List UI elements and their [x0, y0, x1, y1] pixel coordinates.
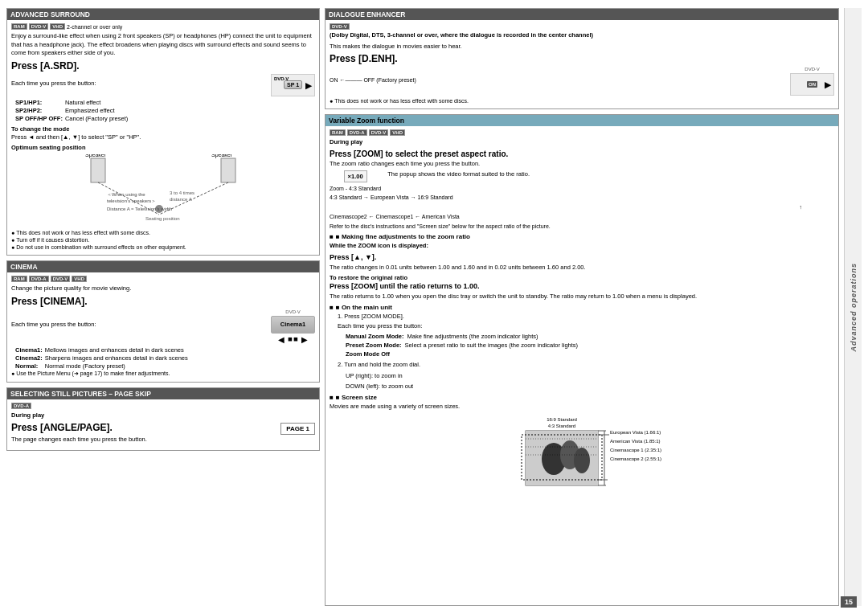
cinema-badge-ram: RAM — [11, 276, 27, 282]
badge-vhd: VHD — [50, 23, 65, 30]
cinema-note: Use the Picture Menu (➜ page 17) to make… — [11, 370, 315, 377]
advanced-surround-button-row: Each time you press the button: DVD·V SP… — [11, 74, 315, 96]
vz-popup-desc: The popup shows the video format suited … — [387, 170, 834, 179]
advanced-operations-label: Advanced operations — [850, 263, 858, 352]
change-mode-desc: Press ◄ and then [▲, ▼] to select "SP" o… — [11, 133, 315, 142]
vz-press-arrows: Press [▲, ▼]. — [330, 253, 834, 261]
option-spoff-value: Cancel (Factory preset) — [65, 115, 130, 123]
dialogue-enhancer-section: DIALOGUE ENHANCER DVD-V (Dolby Digital, … — [325, 8, 839, 109]
cinema-badges: RAM DVD-A DVD-V VHD — [11, 276, 315, 282]
cinema-button-row: Each time you press the button: DVD·V Ci… — [11, 309, 315, 344]
zoom-mode-off: Zoom Mode Off — [346, 350, 834, 359]
variable-zoom-badges: RAM DVD-A DVD-V VHD — [330, 129, 834, 136]
dialogue-badge: DVD-V — [330, 23, 350, 30]
dialogue-on-off: ON ←——— OFF (Factory preset) — [330, 76, 786, 84]
svg-text:Distance A = Television's widt: Distance A = Television's width — [107, 207, 172, 211]
dialogue-enhancer-header: DIALOGUE ENHANCER — [326, 9, 838, 20]
option-spoff-label: SP OFF/HP OFF: — [15, 115, 65, 123]
vz-screen-size-title: ■ Screen size — [330, 394, 834, 401]
vz-while-zoom: While the ZOOM icon is displayed: — [330, 242, 834, 251]
vz-updown-row: UP (right): to zoom in DOWN (left): to z… — [346, 372, 834, 391]
badge-channel-note: 2-channel or over only — [67, 24, 122, 30]
zoom-label: Zoom - 4:3 Standard — [330, 186, 381, 191]
cinema-each-time: Each time you press the button: — [11, 321, 267, 330]
advanced-surround-press-title: Press [A.SRD]. — [11, 60, 315, 72]
svg-text:4:3 Standard: 4:3 Standard — [548, 424, 575, 428]
advanced-surround-section: ADVANCED SURROUND RAM DVD-V VHD 2-channe… — [6, 8, 320, 256]
vz-up-right: UP (right): to zoom in — [346, 372, 834, 381]
right-column: DIALOGUE ENHANCER DVD-V (Dolby Digital, … — [325, 8, 839, 606]
cinema-option-list: Cinema1: Mellows images and enhances det… — [15, 346, 315, 370]
vz-each-time-press: Each time you press the button: — [338, 322, 834, 331]
svg-text:television's speakers＞: television's speakers＞ — [107, 199, 156, 203]
during-play-label: During play — [11, 411, 315, 420]
badge-ram: RAM — [11, 23, 27, 30]
vz-refer-note: Refer to the disc's instructions and "Sc… — [330, 223, 834, 231]
selecting-still-header: Selecting still pictures – Page Skip — [7, 388, 319, 399]
change-mode-heading: To change the mode — [11, 125, 315, 133]
svg-text:Cinemascope 2 (2.55:1): Cinemascope 2 (2.55:1) — [610, 456, 661, 461]
page-number: 15 — [841, 596, 857, 608]
svg-point-19 — [574, 448, 590, 473]
right-sidebar: Advanced operations — [844, 8, 862, 606]
vz-arrow-line1: 4:3 Standard → European Vista → 16:9 Sta… — [330, 194, 834, 202]
dialogue-note: This does not work or has less effect wi… — [330, 98, 834, 104]
cinema2-label: Cinema2: — [15, 354, 45, 362]
page-button: PAGE 1 — [280, 423, 315, 435]
vz-screen-size-desc: Movies are made using a variety of scree… — [330, 403, 834, 411]
cinema-press-title: Press [CINEMA]. — [11, 296, 315, 307]
normal-label: Normal: — [15, 362, 45, 370]
note-2: Turn off if it causes distortion. — [11, 237, 315, 243]
vz-zoom-desc: The zoom ratio changes each time you pre… — [330, 160, 834, 169]
note-1: This does not work or has less effect wi… — [11, 230, 315, 235]
vz-arrow-line2: ↑ — [330, 203, 834, 211]
selecting-still-desc: The page changes each time you press the… — [11, 436, 315, 444]
vz-zoom-box-row: ×1.00 Zoom - 4:3 Standard The popup show… — [330, 170, 834, 191]
manual-zoom-value: Make fine adjustments (the zoom indicato… — [407, 333, 538, 340]
vz-down-left: DOWN (left): to zoom out — [346, 383, 834, 391]
vz-ratio-desc: The ratio changes in 0.01 units between … — [330, 264, 834, 272]
vz-badge-dvd-v: DVD-V — [369, 129, 389, 136]
selecting-still-section: Selecting still pictures – Page Skip DVD… — [6, 387, 320, 451]
cinema-badge-vhd: VHD — [72, 276, 87, 282]
cinema2-value: Sharpens images and enhances detail in d… — [45, 354, 190, 362]
selecting-still-press-title: Press [ANGLE/PAGE]. — [11, 422, 113, 433]
dialogue-press-title: Press [D.ENH]. — [330, 53, 834, 64]
advanced-surround-description: Enjoy a surround-like effect when using … — [11, 32, 315, 58]
vz-on-main-unit: ■ On the main unit — [330, 304, 834, 311]
badge-dvd-v: DVD-V — [29, 23, 49, 30]
svg-rect-2 — [221, 158, 235, 182]
cinema-description: Change the picture quality for movie vie… — [11, 284, 315, 293]
dvd-button-sp1: DVD·V SP 1 ▶ — [271, 74, 315, 96]
preset-zoom-row: Preset Zoom Mode: Select a preset ratio … — [346, 342, 834, 349]
vz-restore-desc2: The ratio returns to 1.00 when you open … — [330, 293, 834, 301]
option-sp1-value: Natural effect — [65, 99, 130, 107]
option-sp2-value: Emphasized effect — [65, 107, 130, 115]
vz-restore-press: Press [ZOOM] until the ratio returns to … — [330, 282, 834, 290]
svg-text:Speaker: Speaker — [85, 154, 107, 158]
left-column: ADVANCED SURROUND RAM DVD-V VHD 2-channe… — [6, 8, 320, 606]
vz-making-title: ■ Making fine adjustments to the zoom ra… — [330, 233, 834, 240]
svg-rect-0 — [91, 158, 105, 182]
zoom-ratio-box: ×1.00 — [344, 170, 367, 182]
each-time-label: Each time you press the button: — [11, 80, 267, 88]
sp1-button: SP 1 — [284, 80, 302, 89]
advanced-surround-badges: RAM DVD-V VHD 2-channel or over only — [11, 23, 315, 30]
option-list: SP1/HP1: Natural effect SP2/HP2: Emphasi… — [15, 99, 315, 123]
svg-text:European Vista (1.66:1): European Vista (1.66:1) — [610, 430, 661, 435]
speaker-diagram-svg: Speaker Speaker Seating position 3 to 4 … — [83, 154, 244, 227]
cinema1-value: Mellows images and enhances detail in da… — [45, 346, 190, 354]
dialogue-badge-row: DVD-V — [330, 23, 834, 30]
preset-zoom-value: Select a preset ratio to suit the images… — [405, 342, 579, 349]
svg-text:Cinemascope 1 (2.35:1): Cinemascope 1 (2.35:1) — [610, 448, 661, 452]
screen-size-diagram-area: 16:9 Standard 4:3 Standard — [330, 415, 834, 511]
normal-value: Normal mode (Factory preset) — [45, 362, 190, 370]
cinema1-label: Cinema1: — [15, 346, 45, 354]
manual-zoom-label: Manual Zoom Mode: — [346, 333, 404, 340]
dvd-v-button: ON ▶ — [790, 73, 834, 96]
selecting-still-press-row: Press [ANGLE/PAGE]. PAGE 1 — [11, 422, 315, 436]
svg-text:3 to 4 times: 3 to 4 times — [170, 190, 194, 195]
vz-arrow-line3: Cinemascope2 ← Cinemascope1 ← American V… — [330, 213, 834, 221]
selecting-still-badge-row: DVD-A — [11, 403, 315, 409]
vz-badge-vhd: VHD — [390, 129, 405, 136]
